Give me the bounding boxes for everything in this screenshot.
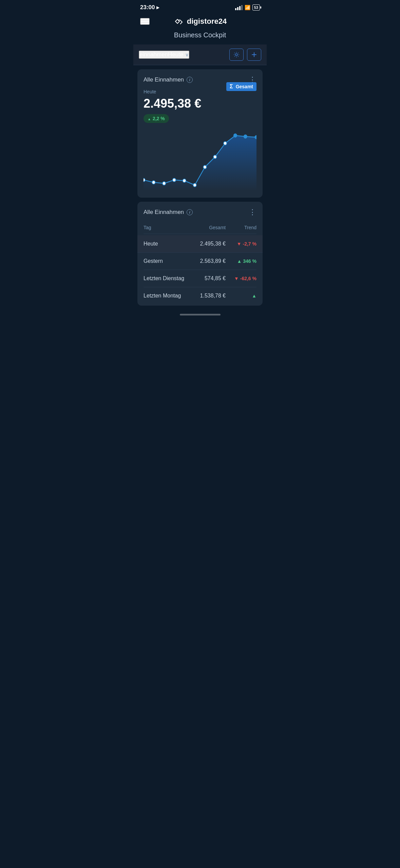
table-row: Letzten Dienstag 574,85 € ▼ -62,6 %: [144, 270, 256, 287]
card2-info-icon[interactable]: i: [187, 209, 193, 215]
home-indicator: [133, 310, 267, 318]
status-time: 23:00: [140, 4, 155, 11]
revenue-chart-card: Alle Einnahmen i ⋮ Heute 2.495,38 € 2,2 …: [137, 69, 263, 198]
location-icon: ▶: [156, 5, 159, 10]
col-header-tag: Tag: [144, 225, 185, 230]
table-row-partial: Letzten Montag 1.538,78 € ▲: [144, 287, 256, 299]
gear-icon: [233, 52, 240, 58]
sigma-icon: Σ: [230, 84, 233, 90]
row-day-heute: Heute: [144, 241, 185, 247]
top-nav: digistore24: [133, 14, 267, 31]
chart-point: [152, 181, 155, 184]
svg-point-1: [235, 54, 237, 56]
chart-point: [255, 135, 256, 139]
chart-svg: [144, 130, 256, 191]
chart-point: [173, 178, 176, 182]
card1-title: Alle Einnahmen: [144, 76, 184, 83]
chart-point: [144, 178, 145, 182]
sigma-label: Gesamt: [236, 84, 253, 89]
trend-down-icon: ▼: [237, 241, 242, 247]
revenue-table-card: Alle Einnahmen i ⋮ Tag Gesamt Trend Heut…: [137, 202, 263, 306]
toolbar: einnahmenHeute ∨: [133, 44, 267, 65]
row-amount-gestern: 2.563,89 €: [185, 258, 226, 264]
row-amount-montag: 1.538,78 €: [185, 293, 226, 299]
table-row: Gestern 2.563,89 € ▲ 346 %: [144, 253, 256, 270]
toolbar-actions: [229, 49, 261, 61]
plus-icon: [251, 52, 257, 58]
page-title: Business Cockpit: [174, 31, 226, 39]
card2-more-button[interactable]: ⋮: [249, 209, 256, 216]
chart-point: [213, 155, 216, 159]
col-header-trend: Trend: [226, 225, 256, 230]
wifi-icon: 📶: [245, 5, 250, 10]
add-button[interactable]: [247, 49, 261, 61]
card1-title-row: Alle Einnahmen i: [144, 76, 193, 83]
logo-text: digistore24: [187, 17, 227, 26]
status-bar: 23:00 ▶ 📶 53: [133, 0, 267, 14]
chart-point: [183, 179, 186, 182]
trend-up-icon: ▲: [252, 293, 256, 299]
trend-up-icon: ▲: [237, 258, 242, 264]
row-trend-heute: ▼ -2,7 %: [226, 241, 256, 247]
chart-point: [193, 183, 196, 187]
table-row: Heute 2.495,38 € ▼ -2,7 %: [137, 235, 263, 253]
trend-down-icon: ▼: [234, 276, 239, 281]
row-amount-heute: 2.495,38 €: [185, 241, 226, 247]
period-dropdown[interactable]: einnahmenHeute ∨: [139, 51, 189, 59]
sigma-badge: Σ Gesamt: [226, 82, 256, 91]
row-trend-dienstag: ▼ -62,6 %: [226, 276, 256, 281]
chevron-down-icon: ∨: [185, 52, 189, 57]
card2-title: Alle Einnahmen: [144, 209, 184, 216]
card1-amount: 2.495,38 €: [144, 96, 201, 111]
card1-period: Heute: [144, 89, 201, 94]
home-indicator-pill: [180, 314, 221, 315]
row-amount-dienstag: 574,85 €: [185, 275, 226, 282]
page-title-bar: Business Cockpit: [133, 31, 267, 44]
settings-button[interactable]: [229, 49, 244, 61]
chart-point: [224, 142, 227, 145]
info-icon[interactable]: i: [187, 77, 193, 83]
card1-trend-value: 2,2 %: [153, 116, 165, 121]
row-trend-montag: ▲: [226, 293, 256, 299]
chart-point: [234, 134, 237, 137]
battery-icon: 53: [252, 4, 260, 11]
card2-title-row: Alle Einnahmen i: [144, 209, 193, 216]
revenue-chart: [144, 130, 256, 191]
row-day-gestern: Gestern: [144, 258, 185, 264]
card1-trend-badge: 2,2 %: [144, 114, 169, 123]
chart-point: [244, 135, 247, 138]
chart-point: [203, 165, 206, 169]
signal-icon: [235, 5, 243, 10]
logo: digistore24: [173, 17, 227, 26]
chart-point: [163, 182, 166, 185]
row-day-dienstag: Letzten Dienstag: [144, 275, 185, 282]
period-dropdown-label: einnahmenHeute: [139, 51, 183, 58]
status-icons: 📶 53: [235, 4, 260, 11]
col-header-gesamt: Gesamt: [185, 225, 226, 230]
table-header: Tag Gesamt Trend: [144, 221, 256, 234]
row-trend-gestern: ▲ 346 %: [226, 258, 256, 264]
card2-header: Alle Einnahmen i ⋮: [144, 209, 256, 216]
chart-area: [144, 135, 256, 191]
logo-icon: [173, 17, 184, 25]
trend-up-icon: [148, 116, 151, 121]
hamburger-button[interactable]: [140, 18, 150, 25]
row-day-montag: Letzten Montag: [144, 293, 185, 299]
